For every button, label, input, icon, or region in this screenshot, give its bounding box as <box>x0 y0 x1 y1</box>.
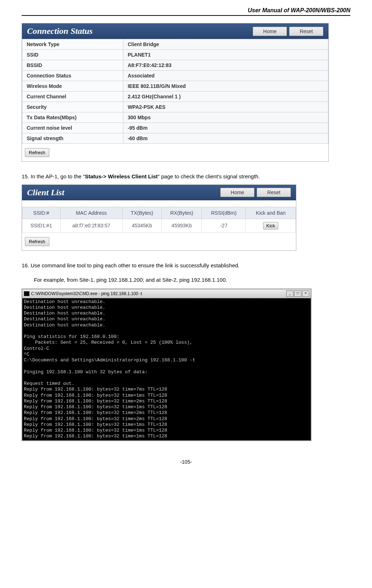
step-15: 15. In the AP-1, go to the "Status-> Wir… <box>22 173 350 181</box>
table-row: Tx Data Rates(Mbps)300 Mbps <box>22 112 328 123</box>
panel-title: Connection Status <box>27 26 93 36</box>
col-ssid: SSID:# <box>22 207 61 219</box>
panel-header: Connection Status Home Reset <box>22 23 328 39</box>
status-value: A8:F7:E0:42:12:83 <box>123 60 328 71</box>
cmd-window: C:\WINDOWS\system32\CMD.exe - ping 192.1… <box>22 289 311 441</box>
table-row: Signal strength-60 dBm <box>22 133 328 144</box>
table-row: SSID1:#1 a8:f7:e0:2f:83:57 45345Kb 45993… <box>22 219 296 232</box>
cmd-output: Destination host unreachable. Destinatio… <box>22 298 311 440</box>
step-16: 16. Use command line tool to ping each o… <box>22 262 350 270</box>
status-value: 2.412 GHz(Channel 1 ) <box>123 92 328 102</box>
step-16-line2: For example, from Site-1, ping 192.168.1… <box>34 276 350 284</box>
status-value: Client Bridge <box>123 39 328 50</box>
connection-status-panel: Connection Status Home Reset Network Typ… <box>22 23 329 162</box>
home-button[interactable]: Home <box>253 27 287 36</box>
status-value: 300 Mbps <box>123 112 328 123</box>
status-label: Current Channel <box>22 92 123 102</box>
refresh-button[interactable]: Refresh <box>25 148 49 157</box>
cell-rx: 45993Kb <box>161 219 202 232</box>
table-row: Current Channel2.412 GHz(Channel 1 ) <box>22 92 328 102</box>
home-button[interactable]: Home <box>220 188 254 197</box>
status-value: WPA2-PSK AES <box>123 102 328 112</box>
table-row: Network TypeClient Bridge <box>22 39 328 50</box>
cell-rssi: -27 <box>202 219 246 232</box>
status-label: Signal strength <box>22 133 123 144</box>
table-row: SecurityWPA2-PSK AES <box>22 102 328 112</box>
doc-header: User Manual of WAP-200N/WBS-200N <box>22 7 350 14</box>
step-text-suffix: " page to check the client's signal stre… <box>158 173 260 179</box>
cell-kick: Kick <box>246 219 296 232</box>
status-label: Current noise level <box>22 123 123 133</box>
col-mac: MAC Address <box>60 207 122 219</box>
client-table: SSID:# MAC Address TX(Bytes) RX(Bytes) R… <box>22 207 296 233</box>
client-list-panel: Client List Home Reset SSID:# MAC Addres… <box>22 184 296 251</box>
reset-button[interactable]: Reset <box>257 188 291 197</box>
cell-mac: a8:f7:e0:2f:83:57 <box>60 219 122 232</box>
cmd-icon <box>24 291 30 296</box>
maximize-button[interactable]: □ <box>294 290 301 297</box>
status-value: PLANET1 <box>123 50 328 60</box>
status-label: Tx Data Rates(Mbps) <box>22 112 123 123</box>
table-row: BSSIDA8:F7:E0:42:12:83 <box>22 60 328 71</box>
step-number: 16. <box>22 262 29 268</box>
status-label: Security <box>22 102 123 112</box>
status-value: -60 dBm <box>123 133 328 144</box>
page-number: -105- <box>22 459 350 465</box>
step-text: Use command line tool to ping each other… <box>31 262 239 268</box>
kick-button[interactable]: Kick <box>263 222 279 230</box>
col-kick: Kick and Ban <box>246 207 296 219</box>
minimize-button[interactable]: _ <box>286 290 293 297</box>
table-header-row: SSID:# MAC Address TX(Bytes) RX(Bytes) R… <box>22 207 296 219</box>
header-divider <box>22 15 350 16</box>
refresh-button[interactable]: Refresh <box>25 237 49 246</box>
status-label: Connection Status <box>22 71 123 81</box>
step-text-bold: Status-> Wireless Client List <box>85 173 158 179</box>
panel-header: Client List Home Reset <box>22 185 296 200</box>
col-rssi: RSSI(dBm) <box>202 207 246 219</box>
table-row: Wireless ModeIEEE 802.11B/G/N Mixed <box>22 81 328 92</box>
status-label: Wireless Mode <box>22 81 123 92</box>
status-value: IEEE 802.11B/G/N Mixed <box>123 81 328 92</box>
cell-tx: 45345Kb <box>122 219 161 232</box>
step-number: 15. <box>22 173 29 179</box>
table-row: Connection StatusAssociated <box>22 71 328 81</box>
reset-button[interactable]: Reset <box>289 27 323 36</box>
status-table: Network TypeClient Bridge SSIDPLANET1 BS… <box>22 39 328 144</box>
status-label: BSSID <box>22 60 123 71</box>
cell-ssid: SSID1:#1 <box>22 219 61 232</box>
table-row: SSIDPLANET1 <box>22 50 328 60</box>
cmd-titlebar: C:\WINDOWS\system32\CMD.exe - ping 192.1… <box>22 289 311 298</box>
status-label: SSID <box>22 50 123 60</box>
status-value: -95 dBm <box>123 123 328 133</box>
table-row: Current noise level-95 dBm <box>22 123 328 133</box>
col-rx: RX(Bytes) <box>161 207 202 219</box>
cmd-title: C:\WINDOWS\system32\CMD.exe - ping 192.1… <box>31 291 142 296</box>
status-value: Associated <box>123 71 328 81</box>
col-tx: TX(Bytes) <box>122 207 161 219</box>
panel-title: Client List <box>27 188 64 197</box>
close-button[interactable]: × <box>302 290 309 297</box>
step-text-prefix: In the AP-1, go to the " <box>31 173 85 179</box>
status-label: Network Type <box>22 39 123 50</box>
